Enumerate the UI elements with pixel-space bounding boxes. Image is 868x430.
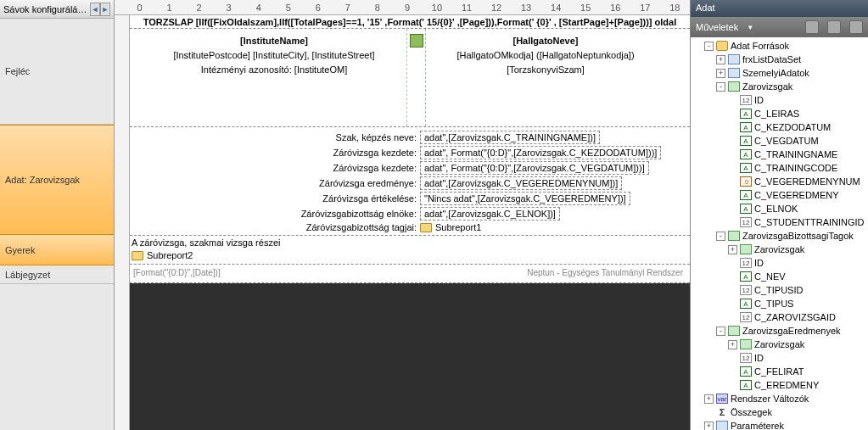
toolbar-action-icon[interactable]	[805, 20, 819, 34]
data-field-row[interactable]: Záróvizsga kezdete: adat", Format("{0:D}…	[300, 146, 661, 159]
student-name-field[interactable]: [HallgatoNeve]	[410, 34, 681, 48]
tree-node[interactable]: •AC_FELIRAT	[692, 365, 866, 378]
tree-node-label: SzemelyiAdatok	[742, 68, 809, 78]
id-icon: 12	[740, 285, 752, 295]
tree-node[interactable]: •AC_VEGEREDMENY	[692, 188, 866, 202]
institute-address-field[interactable]: [InstitutePostcode] [InstituteCity], [In…	[138, 48, 410, 63]
data-field-row[interactable]: Záróvizsga eredménye: adat",[Zarovizsgak…	[300, 176, 622, 190]
field-expression[interactable]: "Nincs adat",[Zarovizsgak.C_VEGEREDMENY]…	[420, 192, 630, 205]
field-expression[interactable]: adat",[Zarovizsgak.C_TRAININGNAME])]	[420, 131, 600, 144]
tree-node[interactable]: -Zarovizsgak	[692, 80, 866, 93]
field-expression[interactable]: adat",[Zarovizsgak.C_VEGEREDMENYNUM])]	[420, 176, 622, 190]
tree-node[interactable]: +Zarovizsgak	[692, 243, 866, 256]
band-footer[interactable]: Lábjegyzet	[0, 265, 114, 284]
data-tree[interactable]: -Adat Források+frxListDataSet+SzemelyiAd…	[691, 37, 868, 430]
db-icon	[716, 41, 728, 51]
tree-node[interactable]: •ΣÖsszegek	[692, 405, 866, 419]
page-header-band: [InstituteName] [InstitutePostcode] [Ins…	[130, 29, 690, 127]
expand-icon[interactable]: +	[704, 422, 714, 431]
tree-node[interactable]: •AC_EREDMENY	[692, 378, 866, 392]
collapse-icon[interactable]: -	[704, 42, 714, 51]
collapse-icon[interactable]: -	[716, 327, 725, 336]
tree-node[interactable]: +Zarovizsgak	[692, 338, 866, 351]
field-label: Záróvizsga kezdete:	[300, 163, 420, 173]
data-field-row[interactable]: Záróvizsga kezdete: adat", Format("{0:D}…	[300, 161, 649, 175]
tree-node[interactable]: +Paraméterek	[692, 419, 866, 430]
tree-node[interactable]: •12C_STUDENTTRAININGID	[692, 215, 866, 229]
toolbar-action-icon[interactable]	[827, 20, 841, 34]
tree-node[interactable]: +varRendszer Változók	[692, 392, 866, 405]
ruler-vertical	[115, 15, 130, 430]
footer-date-field[interactable]: [Format("{0:D}",[Date])]	[133, 268, 221, 277]
tree-node[interactable]: •AC_ELNOK	[692, 202, 866, 215]
tree-bullet-icon: •	[728, 218, 737, 227]
field-expression[interactable]: adat",[Zarovizsgak.C_ELNOK])]	[420, 207, 560, 221]
ds-icon	[740, 244, 752, 254]
collapse-icon[interactable]: -	[716, 232, 725, 241]
footer-system-field[interactable]: Neptun - Egységes Tanulmányi Rendszer	[527, 268, 683, 277]
str-icon: A	[740, 204, 752, 214]
tree-node[interactable]: -ZarovizsgaEredmenyek	[692, 324, 866, 338]
tree-node[interactable]: •12ID	[692, 351, 866, 365]
torzslap-field[interactable]: TORZSLAP [IIf([FixOldalszam],IIf([TotalP…	[130, 15, 690, 27]
student-codes-field[interactable]: [HallgatoOMkodja] ([HallgatoNeptunkodja]…	[410, 48, 681, 63]
str-icon: A	[740, 190, 752, 200]
expand-icon[interactable]: +	[716, 55, 725, 64]
data-field-row[interactable]: Szak, képzés neve: adat",[Zarovizsgak.C_…	[300, 131, 600, 144]
tree-node[interactable]: •12ID	[692, 256, 866, 270]
ruler-tick: 7	[333, 3, 362, 13]
report-canvas: 0123456789101112131415161718 TORZSLAP [I…	[115, 0, 690, 430]
tree-node[interactable]: •AC_NEV	[692, 270, 866, 283]
report-page[interactable]: TORZSLAP [IIf([FixOldalszam],IIf([TotalP…	[130, 15, 690, 430]
tree-node[interactable]: •.0C_VEGEREDMENYNUM	[692, 175, 866, 188]
band-data[interactable]: Adat: Zarovizsgak	[0, 125, 114, 235]
data-field-row[interactable]: Záróvizsgabizottság elnöke: adat",[Zarov…	[300, 207, 560, 221]
tree-node[interactable]: •AC_VEGDATUM	[692, 134, 866, 148]
tree-node[interactable]: •12C_ZAROVIZSGAID	[692, 310, 866, 324]
tree-node-label: ID	[754, 95, 764, 105]
band-config-title[interactable]: Sávok konfigurálása...	[3, 4, 90, 14]
arrow-right-icon[interactable]: ►	[100, 3, 110, 16]
student-regnum-field[interactable]: [TorzskonyviSzam]	[410, 63, 681, 77]
str-icon: A	[740, 366, 752, 377]
tree-node[interactable]: +frxListDataSet	[692, 53, 866, 66]
tree-bullet-icon: •	[728, 354, 737, 363]
institute-block[interactable]: [InstituteName] [InstitutePostcode] [Ins…	[138, 34, 410, 77]
subreport2[interactable]: Subreport2	[132, 250, 193, 260]
band-child[interactable]: Gyerek	[0, 235, 114, 265]
tree-node[interactable]: •12ID	[692, 93, 866, 107]
tree-node[interactable]: •AC_TRAININGCODE	[692, 161, 866, 175]
tree-bullet-icon: •	[728, 123, 737, 132]
student-block[interactable]: [HallgatoNeve] [HallgatoOMkodja] ([Hallg…	[410, 34, 681, 77]
expand-icon[interactable]: +	[716, 69, 725, 78]
tree-node-label: C_TIPUSID	[754, 285, 803, 295]
canvas-outside-area	[130, 283, 690, 430]
field-expression[interactable]: adat", Format("{0:D}",[Zarovizsgak.C_VEG…	[420, 161, 649, 175]
subreport1[interactable]: Subreport1	[420, 222, 481, 232]
tree-node-label: C_TRAININGNAME	[754, 149, 837, 159]
data-panel-title: Adat	[691, 0, 868, 17]
tree-node[interactable]: -ZarovizsgaBizottsagiTagok	[692, 229, 866, 243]
tree-node[interactable]: •12C_TIPUSID	[692, 283, 866, 297]
toolbar-action-icon[interactable]	[849, 20, 863, 34]
expand-icon[interactable]: +	[704, 394, 714, 404]
data-field-row[interactable]: Záróvizsgabizottság tagjai:Subreport1	[300, 222, 481, 232]
tree-node-label: C_ELNOK	[754, 204, 798, 214]
band-header[interactable]: Fejléc	[0, 19, 114, 125]
expand-icon[interactable]: +	[728, 340, 737, 349]
field-expression[interactable]: adat", Format("{0:D}",[Zarovizsgak.C_KEZ…	[420, 146, 661, 159]
institute-name-field[interactable]: [InstituteName]	[138, 34, 410, 48]
tree-node[interactable]: -Adat Források	[692, 39, 866, 53]
operations-menu[interactable]: Műveletek	[696, 22, 738, 32]
arrow-left-icon[interactable]: ◄	[90, 3, 100, 16]
tree-node[interactable]: •AC_TIPUS	[692, 297, 866, 310]
expand-icon[interactable]: +	[728, 245, 737, 254]
tree-node[interactable]: +SzemelyiAdatok	[692, 66, 866, 80]
institute-om-field[interactable]: Intézményi azonosító: [InstituteOM]	[138, 63, 410, 77]
tree-node[interactable]: •AC_LEIRAS	[692, 107, 866, 120]
collapse-icon[interactable]: -	[716, 82, 725, 92]
data-field-row[interactable]: Záróvizsga értékelése:"Nincs adat",[Zaro…	[300, 192, 630, 205]
tree-node[interactable]: •AC_KEZDODATUM	[692, 120, 866, 134]
child-band-title-field[interactable]: A záróvizsga, szakmai vizsga részei	[132, 237, 280, 248]
tree-node[interactable]: •AC_TRAININGNAME	[692, 148, 866, 161]
